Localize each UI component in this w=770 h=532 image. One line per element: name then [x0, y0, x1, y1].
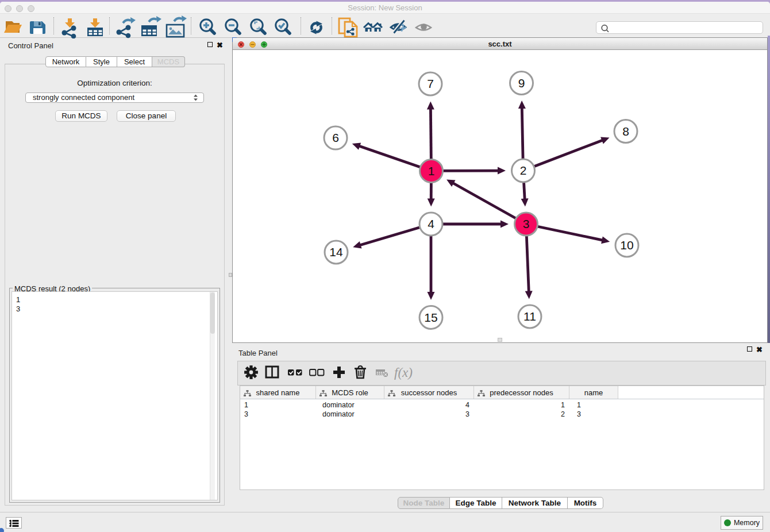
- svg-text:3: 3: [523, 217, 530, 230]
- svg-text:9: 9: [518, 76, 525, 90]
- svg-text:f(x): f(x): [394, 365, 413, 380]
- svg-text:15: 15: [424, 311, 437, 324]
- svg-text:7: 7: [427, 77, 434, 90]
- svg-text:1: 1: [428, 164, 435, 178]
- svg-text:2: 2: [520, 164, 527, 177]
- svg-text:10: 10: [620, 238, 633, 252]
- svg-text:8: 8: [622, 125, 629, 138]
- svg-text:4: 4: [428, 217, 434, 230]
- svg-text:11: 11: [523, 310, 536, 323]
- svg-text:6: 6: [332, 131, 339, 144]
- svg-text:14: 14: [329, 245, 343, 259]
